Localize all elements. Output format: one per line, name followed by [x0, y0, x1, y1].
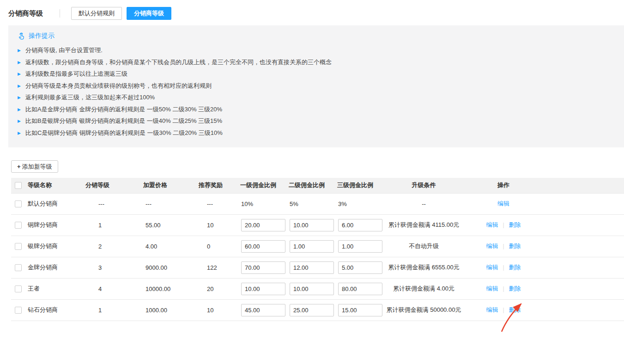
level1-commission-input[interactable] [241, 283, 285, 295]
level3-commission-input[interactable] [338, 283, 382, 295]
tip-item: 返利级数是指最多可以往上追溯返三级 [18, 68, 615, 80]
delete-link[interactable]: 删除 [509, 264, 521, 271]
row-checkbox-cell [11, 193, 28, 214]
hand-tap-icon [18, 32, 25, 40]
join-price-cell: 55.00 [143, 214, 199, 236]
edit-link[interactable]: 编辑 [486, 306, 498, 313]
level3-commission-input[interactable] [338, 304, 382, 316]
referral-reward-cell: 20 [199, 278, 240, 299]
filler-cell [545, 257, 624, 278]
level-name-cell: 默认分销商 [28, 193, 85, 214]
level2-commission-cell [289, 299, 337, 321]
delete-link[interactable]: 删除 [509, 221, 521, 228]
edit-link[interactable]: 编辑 [486, 264, 498, 271]
tip-item: 返利规则最多返三级，这三级加起来不超过100% [18, 92, 615, 104]
level2-commission-cell: 5% [289, 193, 337, 214]
actions-cell: 编辑|删除 [462, 214, 545, 236]
level-name-cell: 银牌分销商 [28, 236, 85, 257]
delete-link[interactable]: 删除 [509, 243, 521, 249]
filler-cell [545, 278, 624, 299]
filler-header-cell [545, 178, 624, 193]
levels-section: +添加新等级 等级名称 分销等级 加盟价格 推荐奖励 一级佣金比例 二级佣金比例… [11, 160, 624, 321]
level3-commission-cell [337, 257, 386, 278]
level1-commission-input[interactable] [241, 240, 285, 253]
action-separator: | [503, 264, 504, 271]
tip-item: 分销商等级是本身员贡献业绩获得的级别称号，也有相对应的返利规则 [18, 80, 615, 92]
level2-commission-cell [289, 257, 337, 278]
row-checkbox[interactable] [15, 243, 22, 250]
tips-list: 分销商等级, 由平台设置管理.返利级数，跟分销商自身等级，和分销商是某个下线会员… [18, 45, 615, 139]
edit-link[interactable]: 编辑 [486, 285, 498, 292]
tips-panel: 操作提示 分销商等级, 由平台设置管理.返利级数，跟分销商自身等级，和分销商是某… [8, 25, 624, 147]
edit-link[interactable]: 编辑 [486, 243, 498, 249]
column-header-join-price: 加盟价格 [143, 178, 199, 193]
join-price-cell: 10000.00 [143, 278, 199, 299]
title-divider [60, 9, 60, 18]
delete-link[interactable]: 删除 [509, 285, 521, 292]
distribution-level-cell: 4 [85, 278, 143, 299]
level1-commission-input[interactable] [241, 261, 285, 274]
table-row: 默认分销商---------10%5%3%--编辑 [11, 193, 624, 214]
level2-commission-input[interactable] [290, 261, 334, 274]
tab-default-rules[interactable]: 默认分销规则 [71, 7, 122, 20]
level1-commission-input[interactable] [241, 304, 285, 316]
topbar: 分销商等级 默认分销规则 分销商等级 [0, 0, 624, 25]
level1-commission-cell [240, 257, 289, 278]
column-header-referral-reward: 推荐奖励 [199, 178, 240, 193]
edit-link[interactable]: 编辑 [497, 200, 509, 207]
row-checkbox[interactable] [15, 264, 22, 271]
action-separator: | [503, 243, 504, 249]
upgrade-condition-cell: 不自动升级 [386, 236, 462, 257]
table-row: 王者410000.0020累计获佣金额满 4.00元编辑|删除 [11, 278, 624, 299]
level2-commission-cell [289, 236, 337, 257]
referral-reward-cell: 10 [199, 299, 240, 321]
tip-item: 比如A是金牌分销商 金牌分销商的返利规则是 一级50% 二级30% 三级20% [18, 104, 615, 116]
delete-link[interactable]: 删除 [509, 306, 521, 313]
referral-reward-cell: 10 [199, 214, 240, 236]
level1-commission-cell [240, 214, 289, 236]
column-header-actions: 操作 [462, 178, 545, 193]
distribution-level-cell: 1 [85, 299, 143, 321]
level3-commission-cell [337, 236, 386, 257]
level2-commission-input[interactable] [290, 283, 334, 295]
tip-item: 比如B是银牌分销商 银牌分销商的返利规则是 一级40% 二级25% 三级15% [18, 115, 615, 127]
level-name-cell: 铜牌分销商 [28, 214, 85, 236]
level3-commission-cell [337, 299, 386, 321]
actions-cell: 编辑|删除 [462, 236, 545, 257]
level3-commission-input[interactable] [338, 219, 382, 231]
add-level-button[interactable]: +添加新等级 [11, 160, 58, 173]
level3-commission-input[interactable] [338, 240, 382, 253]
row-checkbox[interactable] [15, 200, 22, 207]
table-row: 钻石分销商11000.0010累计获佣金额满 50000.00元编辑|删除 [11, 299, 624, 321]
level3-commission-cell [337, 214, 386, 236]
level1-commission-input[interactable] [241, 219, 285, 231]
column-header-level3-commission: 三级佣金比例 [337, 178, 386, 193]
referral-reward-cell: --- [199, 193, 240, 214]
column-header-level1-commission: 一级佣金比例 [240, 178, 289, 193]
row-checkbox[interactable] [15, 222, 22, 229]
table-header-row: 等级名称 分销等级 加盟价格 推荐奖励 一级佣金比例 二级佣金比例 三级佣金比例… [11, 178, 624, 193]
tab-distributor-levels[interactable]: 分销商等级 [127, 7, 171, 20]
tip-item: 比如C是铜牌分销商 铜牌分销商的返利规则是 一级30% 二级20% 三级10% [18, 127, 615, 140]
level3-commission-input[interactable] [338, 261, 382, 274]
level-name-cell: 王者 [28, 278, 85, 299]
level1-commission-cell [240, 278, 289, 299]
level-name-cell: 钻石分销商 [28, 299, 85, 321]
level2-commission-input[interactable] [290, 304, 334, 316]
edit-link[interactable]: 编辑 [486, 221, 498, 228]
level2-commission-input[interactable] [290, 219, 334, 231]
row-checkbox[interactable] [15, 307, 22, 314]
join-price-cell: 1000.00 [143, 299, 199, 321]
select-all-cell [11, 178, 28, 193]
filler-cell [545, 214, 624, 236]
join-price-cell: --- [143, 193, 199, 214]
row-checkbox[interactable] [15, 285, 22, 292]
column-header-level2-commission: 二级佣金比例 [289, 178, 337, 193]
distribution-level-cell: 1 [85, 214, 143, 236]
select-all-checkbox[interactable] [15, 182, 22, 189]
upgrade-condition-cell: 累计获佣金额满 4115.00元 [386, 214, 462, 236]
level2-commission-input[interactable] [290, 240, 334, 253]
distribution-level-cell: 3 [85, 257, 143, 278]
join-price-cell: 9000.00 [143, 257, 199, 278]
tips-title: 操作提示 [29, 32, 55, 40]
